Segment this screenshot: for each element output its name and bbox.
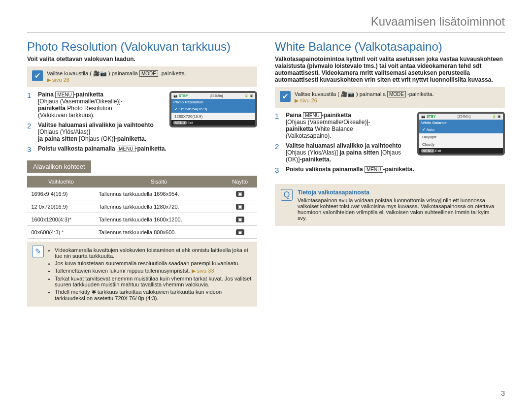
- table-row: 1696x9 4(16:9) Tallennus tarkkuudella 16…: [28, 187, 257, 200]
- check-icon: ✔: [32, 70, 43, 81]
- tip-icon: Q: [281, 189, 293, 201]
- check-icon: ✔: [280, 91, 291, 102]
- lcd-menu-title: Photo Resolution: [171, 99, 255, 105]
- right-step-1: Paina MENU-painiketta [Ohjaus (Vasemmall…: [286, 112, 413, 139]
- right-intro: Valkotasapainotoimintoa kyttmll voit val…: [275, 56, 505, 83]
- table-row: 00x600(4:3) * Tallennus tarkkuudella 800…: [28, 226, 257, 239]
- table-row: 12 0x720(16:9) Tallennus tarkkuudella 12…: [28, 200, 257, 213]
- movie-camera-icon: 🎥📷: [93, 70, 107, 76]
- step-number: 1: [275, 112, 281, 139]
- table-row: 1600x1200(4:3)* Tallennus tarkkuudella 1…: [28, 213, 257, 226]
- right-mode-note: ✔ Valitse kuvaustila ( 🎥📷 ) painamalla M…: [275, 87, 505, 108]
- step-number: 3: [27, 145, 33, 154]
- lcd-row: Cloudy: [419, 141, 503, 148]
- info-icon: ✎: [32, 246, 44, 257]
- options-table: Vaihtoehto Sisältö Näyttö 1696x9 4(16:9)…: [27, 176, 257, 239]
- resolution-icon: ▣: [236, 191, 244, 197]
- lcd-row-selected: ✔ Auto: [419, 126, 503, 133]
- left-step-1: Paina MENU-painiketta [Ohjaus (Vasemmall…: [38, 91, 166, 119]
- left-intro: Voit valita otettavan valokuvan laadun.: [27, 56, 257, 62]
- page-ref: ▶ sivu 26: [47, 77, 69, 83]
- step-number: 3: [275, 166, 281, 174]
- page-ref: ▶ sivu 26: [295, 97, 317, 103]
- tip-body: Valkotasapainon avulla voidaan poistaa l…: [298, 197, 499, 221]
- lcd-row: 1280X720(16:9): [171, 113, 255, 120]
- resolution-icon: ▣: [236, 217, 244, 222]
- note-item: Tallennettavien kuvien lukumr riippuu ta…: [55, 268, 252, 274]
- lcd-row-selected: ✔ 1696X954(16:9): [171, 105, 255, 113]
- lcd-row: Daylight: [419, 133, 503, 141]
- right-heading: White Balance (Valkotasapaino): [275, 40, 505, 54]
- step-number: 1: [27, 91, 33, 119]
- tip-title: Tietoja valkotasapainosta: [298, 189, 499, 196]
- left-mode-note: ✔ Valitse kuvaustila ( 🎥📷 ) painamalla M…: [27, 66, 257, 87]
- page-header: Kuvaamisen lisätoiminnot: [27, 15, 505, 33]
- movie-camera-icon: 🎥📷: [341, 91, 355, 97]
- resolution-icon: ▣: [236, 204, 244, 210]
- right-lcd-preview: 📷 STBY [254Min] 🔋 ▣ White Balance ✔ Auto…: [417, 112, 505, 156]
- lcd-menu-title: White Balance: [419, 120, 503, 126]
- resolution-icon: ▣: [236, 229, 244, 235]
- left-heading: Photo Resolution (Valokuvan tarkkuus): [27, 40, 257, 54]
- left-notes-box: ✎ Videokameralla kuvattujen valokuvien t…: [27, 242, 257, 307]
- page-number: 3: [501, 389, 505, 397]
- right-step-3: Poistu valikosta painamalla MENU-painike…: [286, 166, 505, 174]
- left-lcd-preview: 📷 STBY [254Min] 🔋 ▣ Photo Resolution ✔ 1…: [169, 91, 257, 127]
- tip-box: Q Tietoja valkotasapainosta Valkotasapai…: [275, 184, 505, 226]
- left-step-2: Valitse haluamasi alivalikko ja vaihtoeh…: [38, 122, 166, 142]
- th-display: Näyttö: [223, 176, 257, 187]
- note-item: Tarkat kuvat tarvitsevat enemmn muistiti…: [55, 276, 252, 287]
- mode-key-label: MODE: [387, 91, 406, 97]
- note-item: Videokameralla kuvattujen valokuvien toi…: [55, 247, 252, 259]
- step-number: 2: [27, 122, 33, 142]
- note-item: Jos kuva tulostetaan suuremmalla resoluu…: [55, 260, 252, 266]
- note-item: Thdell merkitty ✱ tarkkuus tarkoittaa va…: [55, 289, 252, 301]
- th-option: Vaihtoehto: [28, 176, 95, 187]
- left-step-3: Poistu valikosta painamalla MENU-painike…: [38, 145, 257, 154]
- mode-key-label: MODE: [139, 70, 158, 77]
- step-number: 2: [275, 142, 281, 163]
- sub-header: Alavalikon kohteet: [27, 160, 91, 173]
- right-step-2: Valitse haluamasi alivalikko ja vaihtoeh…: [286, 142, 413, 163]
- th-content: Sisältö: [95, 176, 223, 187]
